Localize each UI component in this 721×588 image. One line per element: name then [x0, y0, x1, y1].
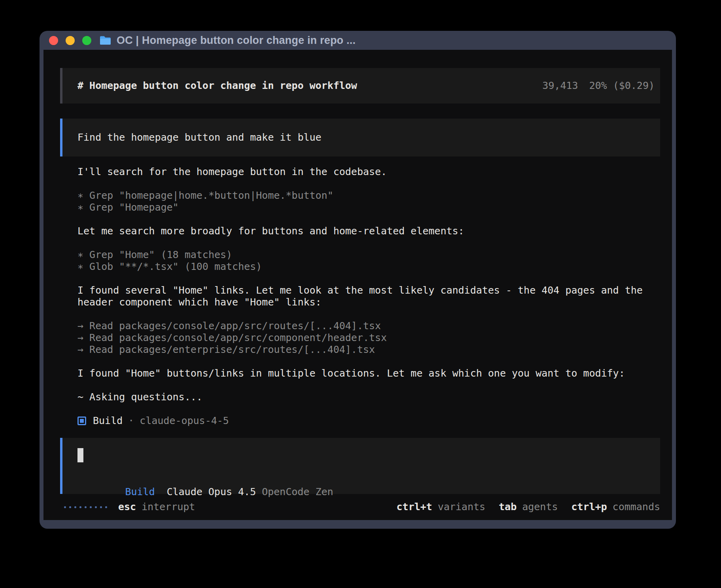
- assistant-text-line: ~ Asking questions...: [77, 391, 660, 403]
- shortcut-label: interrupt: [142, 501, 195, 513]
- assistant-paragraph: Let me search more broadly for buttons a…: [77, 225, 660, 237]
- status-bar: esc interrupt ctrl+t variants tab agents…: [64, 500, 660, 514]
- assistant-text-line: I'll search for the homepage button in t…: [77, 166, 660, 178]
- folder-icon: [99, 36, 111, 45]
- shortcut-key: ctrl+p: [571, 501, 607, 513]
- tool-call-group: → Read packages/console/app/src/routes/[…: [77, 320, 660, 356]
- provider-name: OpenCode Zen: [262, 486, 333, 498]
- app-window: OC | Homepage button color change in rep…: [40, 31, 676, 529]
- user-message-block: Find the homepage button and make it blu…: [60, 119, 660, 156]
- agent-name: Build: [93, 415, 123, 427]
- token-count: 39,413: [542, 80, 578, 91]
- model-name: Claude Opus 4.5: [167, 486, 256, 498]
- agent-status-row: Build · claude-opus-4-5: [77, 415, 660, 427]
- session-title: # Homepage button color change in repo w…: [77, 80, 357, 92]
- input-meta-row: BuildClaude Opus 4.5OpenCode Zen: [77, 474, 645, 486]
- assistant-paragraph: I'll search for the homepage button in t…: [77, 166, 660, 178]
- shortcut-key: esc: [118, 501, 136, 513]
- minimize-button[interactable]: [66, 36, 75, 45]
- status-left: esc interrupt: [64, 501, 195, 513]
- prompt-input[interactable]: BuildClaude Opus 4.5OpenCode Zen: [60, 438, 660, 494]
- assistant-text-line: I found "Home" buttons/links in multiple…: [77, 368, 660, 379]
- assistant-response: I'll search for the homepage button in t…: [77, 166, 660, 427]
- tool-call-line: → Read packages/console/app/src/componen…: [77, 332, 660, 344]
- user-message-text: Find the homepage button and make it blu…: [77, 132, 321, 143]
- assistant-text-line: header component which have "Home" links…: [77, 296, 660, 308]
- shortcut-commands: ctrl+p commands: [571, 501, 660, 513]
- close-button[interactable]: [49, 36, 58, 45]
- traffic-lights: [49, 36, 91, 45]
- terminal-content: # Homepage button color change in repo w…: [43, 50, 672, 520]
- tool-call-group: ∗ Grep "homepage|home.*button|Home.*butt…: [77, 190, 660, 213]
- mode-badge: Build: [125, 486, 155, 498]
- context-usage: 20% ($0.29): [589, 80, 655, 91]
- status-right: ctrl+t variants tab agents ctrl+p comman…: [396, 501, 660, 513]
- shortcut-variants: ctrl+t variants: [396, 501, 485, 513]
- tool-call-line: → Read packages/enterprise/src/routes/[.…: [77, 344, 660, 356]
- window-title: OC | Homepage button color change in rep…: [117, 34, 356, 47]
- text-cursor: [77, 448, 83, 462]
- shortcut-key: ctrl+t: [396, 501, 432, 513]
- agent-model: claude-opus-4-5: [140, 415, 229, 427]
- tool-call-line: ∗ Grep "homepage|home.*button|Home.*butt…: [77, 190, 660, 202]
- assistant-paragraph: I found several "Home" links. Let me loo…: [77, 285, 660, 308]
- window-titlebar[interactable]: OC | Homepage button color change in rep…: [40, 31, 676, 50]
- tool-call-line: ∗ Grep "Home" (18 matches): [77, 249, 660, 261]
- agent-separator: ·: [128, 415, 134, 427]
- shortcut-key: tab: [499, 501, 517, 513]
- tool-call-group: ∗ Grep "Home" (18 matches) ∗ Glob "**/*.…: [77, 249, 660, 273]
- assistant-text-line: Let me search more broadly for buttons a…: [77, 225, 660, 237]
- shortcut-label: agents: [522, 501, 558, 513]
- spinner-dots: [64, 506, 107, 508]
- tool-call-line: ∗ Grep "Homepage": [77, 202, 660, 213]
- shortcut-interrupt: esc interrupt: [118, 501, 195, 513]
- session-stats: 39,41320% ($0.29): [495, 68, 655, 104]
- agent-build-icon: [77, 416, 86, 425]
- shortcut-label: commands: [613, 501, 660, 513]
- session-header: # Homepage button color change in repo w…: [60, 68, 660, 104]
- assistant-paragraph: I found "Home" buttons/links in multiple…: [77, 368, 660, 379]
- assistant-text-line: I found several "Home" links. Let me loo…: [77, 285, 660, 296]
- tool-call-line: → Read packages/console/app/src/routes/[…: [77, 320, 660, 332]
- zoom-button[interactable]: [82, 36, 91, 45]
- tool-call-line: ∗ Glob "**/*.tsx" (100 matches): [77, 261, 660, 273]
- shortcut-agents: tab agents: [499, 501, 558, 513]
- assistant-paragraph: ~ Asking questions...: [77, 391, 660, 403]
- shortcut-label: variants: [438, 501, 485, 513]
